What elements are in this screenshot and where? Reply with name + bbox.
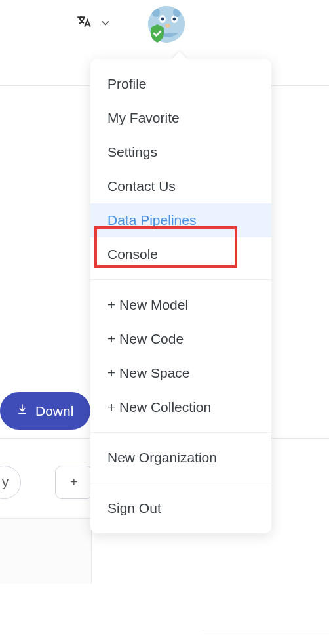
svg-point-6 — [152, 8, 160, 17]
menu-item-profile[interactable]: Profile — [90, 67, 271, 101]
add-button[interactable]: + — [55, 466, 93, 499]
menu-item-new-code[interactable]: + New Code — [90, 322, 271, 356]
menu-item-new-organization[interactable]: New Organization — [90, 441, 271, 475]
language-switcher[interactable] — [75, 14, 112, 35]
menu-item-settings[interactable]: Settings — [90, 135, 271, 169]
bottom-divider — [202, 630, 329, 630]
download-icon — [16, 403, 29, 419]
menu-item-contact[interactable]: Contact Us — [90, 169, 271, 203]
menu-section-account: Profile My Favorite Settings Contact Us … — [90, 59, 271, 279]
menu-section-org: New Organization — [90, 432, 271, 483]
menu-item-new-model[interactable]: + New Model — [90, 288, 271, 322]
menu-section-signout: Sign Out — [90, 483, 271, 533]
chevron-down-icon — [99, 16, 112, 32]
menu-item-sign-out[interactable]: Sign Out — [90, 491, 271, 525]
menu-item-new-space[interactable]: + New Space — [90, 356, 271, 390]
background-panel — [0, 518, 92, 584]
svg-point-4 — [173, 18, 176, 21]
svg-point-2 — [161, 18, 164, 21]
menu-item-data-pipelines[interactable]: Data Pipelines — [90, 203, 271, 237]
translate-icon — [75, 14, 92, 35]
menu-section-create: + New Model + New Code + New Space + New… — [90, 279, 271, 432]
download-label: Downl — [35, 403, 73, 419]
download-button[interactable]: Downl — [0, 392, 90, 430]
filter-pill-partial[interactable]: y — [0, 466, 21, 499]
svg-point-7 — [173, 8, 181, 17]
verified-badge-icon — [147, 23, 168, 44]
menu-item-console[interactable]: Console — [90, 237, 271, 272]
user-dropdown-menu: Profile My Favorite Settings Contact Us … — [90, 59, 271, 533]
menu-item-new-collection[interactable]: + New Collection — [90, 390, 271, 424]
menu-item-favorite[interactable]: My Favorite — [90, 101, 271, 135]
user-avatar[interactable] — [148, 6, 185, 43]
